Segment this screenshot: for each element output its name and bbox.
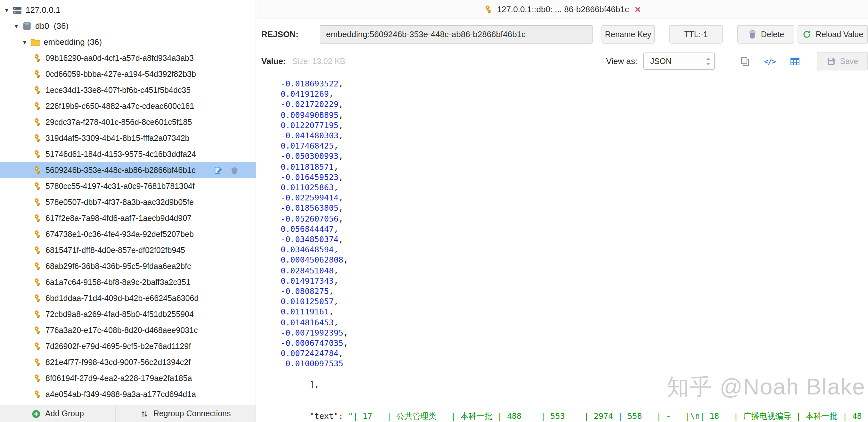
key-item[interactable]: 5780cc55-4197-4c31-a0c9-7681b781304f bbox=[0, 178, 256, 194]
table-view-button[interactable] bbox=[789, 56, 800, 67]
code-view-button[interactable]: </> bbox=[764, 56, 775, 67]
key-icon bbox=[32, 117, 42, 127]
json-array-line: 0.028451048, bbox=[261, 265, 864, 276]
key-label: 226f19b9-c650-4882-a47c-cdeac600c161 bbox=[45, 101, 194, 110]
trash-icon bbox=[748, 29, 757, 39]
key-label: 0cd66059-bbba-427e-a194-54d392f82b3b bbox=[45, 69, 196, 78]
expander-icon[interactable]: ▼ bbox=[21, 39, 28, 45]
key-icon bbox=[32, 389, 42, 399]
key-label: a4e054ab-f349-4988-9a3a-a177cd694d1a bbox=[45, 390, 196, 399]
key-label: 72cbd9a8-a269-4fad-85b0-4f51db255904 bbox=[45, 310, 194, 319]
key-item[interactable]: 5609246b-353e-448c-ab86-b2866bf46b1c bbox=[0, 162, 256, 178]
json-array-line: 0.014816453, bbox=[261, 317, 864, 328]
json-array-line: -0.050300993, bbox=[261, 152, 864, 162]
key-item[interactable]: 09b16290-aa0d-4cf1-a57d-a8fd934a3ab3 bbox=[0, 50, 256, 66]
server-icon bbox=[12, 5, 23, 15]
key-item[interactable]: a4e054ab-f349-4988-9a3a-a177cd694d1a bbox=[0, 386, 256, 402]
ttl-button[interactable]: TTL:-1 bbox=[670, 25, 722, 43]
key-label: 5780cc55-4197-4c31-a0c9-7681b781304f bbox=[45, 182, 195, 191]
json-array-line: 0.0094908895, bbox=[261, 110, 864, 120]
json-array-line: -0.018693522, bbox=[261, 79, 864, 89]
json-array-line: -0.0808275, bbox=[261, 286, 864, 296]
tree-node-database[interactable]: ▼ db0 (36) bbox=[0, 18, 256, 34]
key-item[interactable]: 226f19b9-c650-4882-a47c-cdeac600c161 bbox=[0, 98, 256, 114]
key-label: 6815471f-dff8-4d0e-857e-df02f02fb945 bbox=[45, 246, 185, 255]
key-label: 617f2e8a-7a98-4fd6-aaf7-1aecb9d4d907 bbox=[45, 214, 191, 223]
copy-value-button[interactable] bbox=[739, 56, 750, 67]
key-item[interactable]: 617f2e8a-7a98-4fd6-aaf7-1aecb9d4d907 bbox=[0, 210, 256, 226]
key-item[interactable]: 72cbd9a8-a269-4fad-85b0-4f51db255904 bbox=[0, 306, 256, 322]
json-array-line: -0.018563805, bbox=[261, 203, 864, 214]
expander-icon[interactable]: ▼ bbox=[13, 23, 20, 29]
key-item[interactable]: 6a1a7c64-9158-4bf8-8a9c-2baff3a2c351 bbox=[0, 274, 256, 290]
key-item[interactable]: 674738e1-0c36-4fe4-934a-92def5207beb bbox=[0, 226, 256, 242]
json-array-line: -0.0071992395, bbox=[261, 328, 864, 338]
json-array-line: 0.01119161, bbox=[261, 307, 864, 317]
delete-key-icon[interactable] bbox=[230, 166, 239, 174]
regroup-connections-label: Regroup Connections bbox=[153, 409, 231, 418]
json-array-line: -0.041480303, bbox=[261, 131, 864, 141]
key-icon bbox=[483, 4, 493, 15]
connections-tree: ▼ 127.0.0.1 ▼ db0 (36) ▼ bbox=[0, 0, 256, 405]
key-item[interactable]: 7d26902f-e79d-4695-9cf5-b2e76ad1129f bbox=[0, 338, 256, 354]
key-item[interactable]: 6815471f-dff8-4d0e-857e-df02f02fb945 bbox=[0, 242, 256, 258]
add-group-label: Add Group bbox=[45, 409, 84, 418]
key-name-input[interactable] bbox=[320, 25, 593, 43]
key-label: 319d4af5-3309-4b41-8b15-fffa2a07342b bbox=[45, 133, 190, 142]
json-array-line: 0.014917343, bbox=[261, 276, 864, 286]
key-item[interactable]: 821e4f77-f998-43cd-9007-56c2d1394c2f bbox=[0, 354, 256, 370]
json-array-line: 0.04191269, bbox=[261, 89, 864, 99]
key-list: 09b16290-aa0d-4cf1-a57d-a8fd934a3ab3 0cd… bbox=[0, 50, 256, 402]
json-array-line: -0.052607056, bbox=[261, 214, 864, 224]
key-item[interactable]: 68ab29f6-36b8-436b-95c5-9fdaa6ea2bfc bbox=[0, 258, 256, 274]
expander-icon[interactable]: ▼ bbox=[3, 7, 10, 13]
key-item[interactable]: 578e0507-dbb7-4f37-8a3b-aac32d9b05fe bbox=[0, 194, 256, 210]
json-text-field-line: "text": "| 17 | 公共管理类 | 本科一批 | 488 | 553… bbox=[261, 400, 864, 422]
rename-key-button[interactable]: Rename Key bbox=[601, 25, 655, 43]
key-item[interactable]: 51746d61-184d-4153-9575-4c16b3ddfa24 bbox=[0, 146, 256, 162]
value-label: Value: bbox=[261, 56, 286, 66]
reload-value-button[interactable]: Reload Value bbox=[798, 25, 868, 43]
connections-sidebar: ▼ 127.0.0.1 ▼ db0 (36) ▼ bbox=[0, 0, 256, 422]
save-button[interactable]: Save bbox=[817, 52, 868, 70]
key-icon bbox=[32, 68, 42, 79]
key-label: 776a3a20-e17c-408b-8d20-d468aee9031c bbox=[45, 326, 197, 334]
key-icon bbox=[32, 261, 42, 271]
database-icon bbox=[22, 21, 32, 31]
tree-node-namespace[interactable]: ▼ embedding (36) bbox=[0, 34, 256, 50]
tree-node-server[interactable]: ▼ 127.0.0.1 bbox=[0, 2, 256, 18]
key-icon bbox=[32, 325, 42, 335]
key-icon bbox=[32, 149, 42, 159]
namespace-label: embedding (36) bbox=[43, 37, 102, 47]
key-icon bbox=[32, 85, 42, 95]
json-array-line: -0.034850374, bbox=[261, 234, 864, 245]
json-array-line: 0.00045062808, bbox=[261, 255, 864, 265]
json-value-viewer[interactable]: -0.018693522, 0.04191269, -0.021720229, … bbox=[256, 76, 868, 422]
delete-key-button[interactable]: Delete bbox=[737, 25, 794, 43]
json-array-line: 0.010125057, bbox=[261, 297, 864, 307]
key-item[interactable]: 29cdc37a-f278-401c-856d-8ce601c5f185 bbox=[0, 114, 256, 130]
key-item[interactable]: 0cd66059-bbba-427e-a194-54d392f82b3b bbox=[0, 66, 256, 82]
tab-bar: 127.0.0.1::db0: ... 86-b2866bf46b1c × bbox=[256, 0, 868, 19]
key-item[interactable]: 776a3a20-e17c-408b-8d20-d468aee9031c bbox=[0, 322, 256, 338]
json-array-line: 0.011025863, bbox=[261, 183, 864, 193]
key-label: 6a1a7c64-9158-4bf8-8a9c-2baff3a2c351 bbox=[45, 278, 191, 287]
key-item[interactable]: 319d4af5-3309-4b41-8b15-fffa2a07342b bbox=[0, 130, 256, 146]
key-label: 09b16290-aa0d-4cf1-a57d-a8fd934a3ab3 bbox=[45, 54, 194, 62]
tab-key-editor[interactable]: 127.0.0.1::db0: ... 86-b2866bf46b1c × bbox=[484, 4, 641, 14]
add-group-button[interactable]: Add Group bbox=[0, 405, 115, 422]
json-array-line: 0.011818571, bbox=[261, 162, 864, 172]
key-toolbar: REJSON: Rename Key TTL:-1 Delete Reload … bbox=[256, 19, 868, 48]
edit-key-icon[interactable] bbox=[214, 166, 223, 174]
server-label: 127.0.0.1 bbox=[26, 5, 60, 15]
json-array-line: 0.034648594, bbox=[261, 245, 864, 255]
key-item[interactable]: 1ece34d1-33e8-407f-bf6b-c451f5b4dc35 bbox=[0, 82, 256, 98]
regroup-connections-button[interactable]: Regroup Connections bbox=[115, 405, 256, 422]
key-icon bbox=[32, 277, 42, 288]
key-item[interactable]: 8f06194f-27d9-4ea2-a228-179ae2fa185a bbox=[0, 370, 256, 386]
json-array-line: 0.0122077195, bbox=[261, 120, 864, 131]
view-as-select[interactable]: JSON bbox=[643, 53, 715, 70]
table-icon bbox=[789, 56, 800, 66]
close-tab-icon[interactable]: × bbox=[635, 4, 641, 14]
key-item[interactable]: 6bd1ddaa-71d4-409d-b42b-e66245a6306d bbox=[0, 290, 256, 306]
